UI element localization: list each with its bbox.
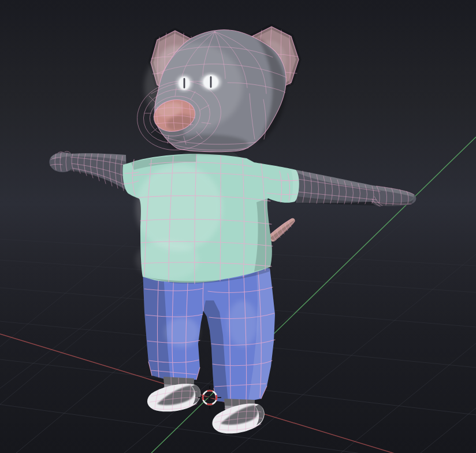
tail (269, 218, 295, 242)
left-arm (49, 151, 127, 191)
character-mesh[interactable] (49, 27, 416, 433)
shirt (122, 154, 299, 284)
grid-line (341, 343, 476, 453)
blender-3d-viewport[interactable] (0, 0, 476, 453)
grid-line (0, 243, 127, 347)
viewport-canvas[interactable] (0, 0, 476, 453)
grid-line (421, 408, 476, 453)
x-axis-line (0, 334, 404, 453)
right-arm (296, 170, 416, 206)
